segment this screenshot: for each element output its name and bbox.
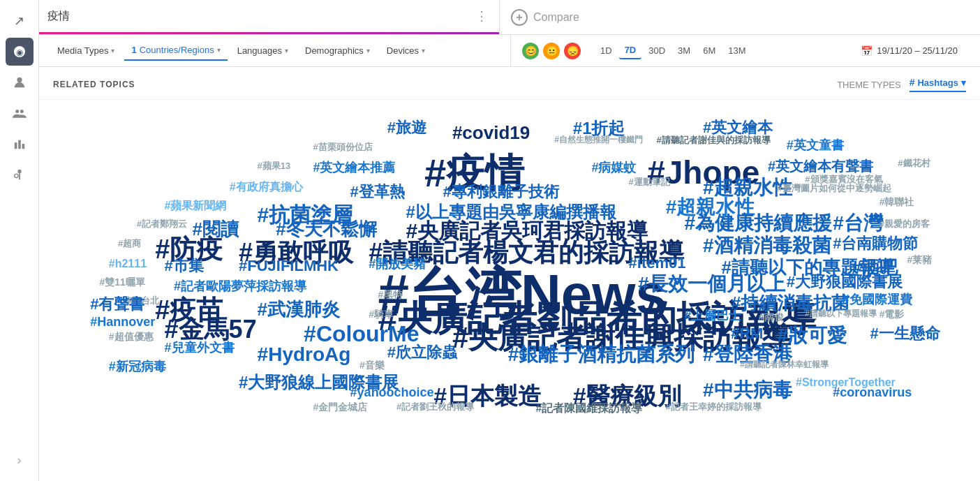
word-cloud-item[interactable]: #新冠病毒 — [109, 360, 166, 374]
filter-countries[interactable]: 1 Countries/Regions ▾ — [124, 40, 227, 61]
search-input[interactable] — [47, 10, 467, 22]
filter-devices[interactable]: Devices ▾ — [380, 41, 432, 60]
word-cloud-item[interactable]: #超商 — [118, 239, 141, 249]
sidebar-item-filter[interactable] — [6, 161, 34, 188]
word-cloud-item[interactable]: #記者陳國維採訪報導 — [536, 402, 643, 415]
time-1d[interactable]: 1D — [595, 42, 618, 59]
word-cloud-item[interactable]: #金門金城店 — [313, 402, 367, 413]
word-cloud-item[interactable]: #台南購物節 — [833, 235, 918, 252]
word-cloud-item[interactable]: #英文繪本推薦 — [313, 161, 395, 175]
calendar-icon: 📅 — [861, 45, 873, 57]
word-cloud-item[interactable]: #旅遊 — [387, 119, 426, 136]
word-cloud-item[interactable]: #一生懸命 — [870, 325, 940, 342]
word-cloud-item[interactable]: #英文繪本 — [703, 119, 773, 136]
word-cloud-item[interactable]: #h2111 — [109, 258, 147, 270]
chevron-down-icon: ▾ — [366, 47, 370, 54]
word-cloud-item[interactable]: #莱豬 — [907, 255, 933, 265]
word-cloud-item[interactable]: #金馬57 — [165, 316, 257, 343]
word-cloud-item[interactable]: #兒童外文書 — [165, 341, 235, 355]
word-cloud-item[interactable]: #武漢肺炎 — [258, 299, 340, 320]
main-content: ⋮ + Compare Media Types ▾ 1 Countries/Re… — [39, 0, 980, 481]
sentiment-negative[interactable]: 😞 — [564, 43, 581, 59]
word-cloud-item[interactable]: #韓聯社 — [879, 197, 914, 207]
time-6m[interactable]: 6M — [697, 42, 721, 59]
chevron-down-icon: ▾ — [111, 47, 114, 54]
word-cloud-item[interactable]: #欣立除蟲 — [387, 344, 457, 361]
word-cloud-item[interactable]: #有聲書 — [90, 296, 144, 313]
sidebar-item-person[interactable] — [6, 68, 34, 96]
filter-media-types[interactable]: Media Types ▾ — [50, 41, 121, 60]
word-cloud-item[interactable]: #蘋果13 — [258, 161, 291, 171]
sidebar-item-analytics[interactable] — [6, 130, 34, 158]
word-cloud-item[interactable]: #Hannover — [90, 316, 155, 330]
filter-demographics[interactable]: Demographics ▾ — [298, 41, 377, 60]
word-cloud-item[interactable]: #銀離子酒精抗菌系列 — [508, 344, 695, 366]
time-30d[interactable]: 30D — [643, 42, 671, 59]
word-cloud-item[interactable]: #臺灣圖片如何從中逐勢崛起 — [777, 184, 891, 193]
word-cloud-item[interactable]: #運動筆記 — [629, 177, 670, 187]
word-cloud-inner: #旅遊#covid19#1折起#英文繪本#苗栗頭份位店#自然生態推開一樓鐵門#請… — [53, 107, 966, 427]
word-cloud-item[interactable]: #專利銀離子技術 — [443, 184, 559, 200]
word-cloud-item[interactable]: #記者鄭翔云 — [137, 219, 187, 229]
word-cloud-item[interactable]: #covid19 — [452, 123, 530, 143]
date-range[interactable]: 📅 19/11/20 – 25/11/20 — [861, 45, 958, 57]
word-cloud-item[interactable]: #英文童書 — [787, 139, 844, 153]
search-options-button[interactable]: ⋮ — [473, 6, 491, 27]
sidebar-item-social[interactable]: ◉ — [6, 38, 34, 66]
word-cloud-item[interactable]: #記者劉王秋的報導 — [396, 402, 474, 412]
word-cloud-item[interactable]: #病媒蚊 — [591, 161, 636, 175]
word-cloud-item[interactable]: #雙11曬單 — [100, 277, 145, 288]
word-cloud-item[interactable]: #免國際運費 — [842, 293, 912, 307]
word-cloud-item[interactable]: #台灣 — [833, 213, 883, 235]
word-cloud-item[interactable]: #有政府真擔心 — [230, 181, 303, 193]
word-cloud-item[interactable]: #鐵花村 — [898, 158, 930, 168]
sentiment-positive[interactable]: 😊 — [522, 43, 539, 59]
compare-button[interactable]: + Compare — [500, 0, 980, 34]
filter-languages[interactable]: Languages ▾ — [230, 41, 295, 60]
word-cloud-item[interactable]: #記者歐陽夢萍採訪報導 — [174, 280, 306, 294]
word-cloud-item[interactable]: #coronavirus — [833, 386, 912, 400]
word-cloud-item[interactable]: #登革熱 — [350, 184, 405, 200]
word-cloud-item[interactable]: #電影 — [879, 309, 905, 320]
sidebar-expand-icon[interactable]: › — [6, 446, 34, 474]
time-13m[interactable]: 13M — [722, 42, 751, 59]
word-cloud-item[interactable]: #市集 — [165, 258, 204, 274]
word-cloud-item[interactable]: #苗栗頭份位店 — [313, 142, 372, 152]
word-cloud-item[interactable]: #大野狼國際書展 — [787, 274, 903, 290]
word-cloud-item[interactable]: #請聽記者陳林幸虹報導 — [740, 360, 829, 369]
word-cloud-item[interactable]: #HydroAg — [258, 344, 351, 366]
word-cloud-item[interactable]: #FUJIFILMHK — [239, 258, 339, 274]
hashtag-filter-button[interactable]: # Hashtags ▾ — [910, 77, 966, 92]
word-cloud-item[interactable]: #為健康持續應援 — [684, 213, 832, 235]
word-cloud-item[interactable]: #記者王幸婷的採訪報導 — [666, 402, 762, 412]
chevron-down-icon: ▾ — [285, 47, 288, 54]
word-cloud-item[interactable]: #冬天不鬆懈 — [276, 219, 376, 239]
svg-point-2 — [17, 77, 22, 82]
word-cloud-item[interactable]: #ColourMe — [304, 322, 419, 346]
sentiment-neutral[interactable]: 😐 — [543, 43, 560, 59]
time-7d[interactable]: 7D — [619, 42, 642, 59]
word-cloud-item[interactable]: #RM — [731, 325, 763, 342]
word-cloud-item[interactable]: #請聽記者謝佳與的採訪報導 — [657, 135, 771, 145]
word-cloud-item[interactable]: #自然生態推開一樓鐵門 — [554, 135, 643, 145]
svg-point-3 — [15, 110, 19, 113]
sidebar-item-chart[interactable]: ↗ — [6, 7, 34, 35]
word-cloud-item[interactable]: #酒精消毒殺菌 — [703, 235, 831, 257]
word-cloud-item[interactable]: #yahoochoice — [350, 386, 434, 400]
word-cloud-item[interactable]: #超值優惠 — [109, 332, 154, 342]
content-area: RELATED TOPICS THEME TYPES # Hashtags ▾ … — [39, 67, 980, 481]
word-cloud-item[interactable]: #蘋果新聞網 — [165, 200, 227, 212]
word-cloud-item[interactable]: #親愛的房客 — [879, 219, 930, 229]
word-cloud-item[interactable]: #中共病毒 — [703, 380, 792, 401]
word-cloud-item[interactable]: #音樂 — [359, 360, 385, 371]
word-cloud-item[interactable]: #騎車 — [369, 309, 394, 320]
time-3m[interactable]: 3M — [672, 42, 696, 59]
svg-point-10 — [14, 174, 17, 177]
sidebar-item-group[interactable] — [6, 99, 34, 127]
theme-types-group: THEME TYPES # Hashtags ▾ — [837, 77, 966, 92]
word-cloud-item[interactable]: #英文繪本有聲書 — [768, 158, 873, 174]
word-cloud-item[interactable]: #請聽以下專題報導 — [805, 309, 877, 318]
filter-left: Media Types ▾ 1 Countries/Regions ▾ Lang… — [50, 35, 511, 66]
svg-rect-7 — [22, 144, 24, 149]
chevron-down-icon: ▾ — [422, 47, 425, 54]
